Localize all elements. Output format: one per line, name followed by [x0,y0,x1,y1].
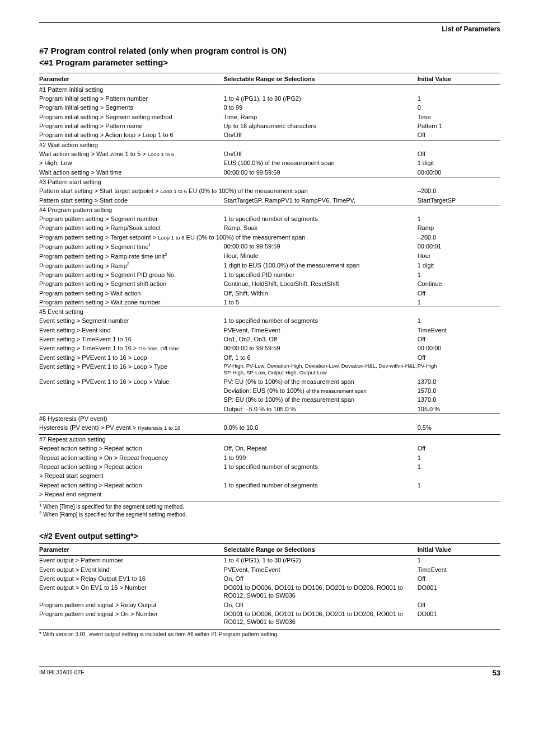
table-row: Program pattern setting > Segment number… [39,214,500,223]
table-row: Program pattern setting > Wait actionOff… [39,289,500,298]
table-row: Event setting > Event kindPVEvent, TimeE… [39,326,500,335]
table-row: Program initial setting > Pattern number… [39,94,500,103]
col-header-param: Parameter [39,73,224,84]
table-row: Repeat action setting > Repeat action1 t… [39,462,500,471]
table-row: Program pattern setting > Ramp/Soak sele… [39,223,500,232]
col-header-init: Initial Value [418,543,500,555]
col-header-param: Parameter [39,543,224,555]
table-row: Program pattern setting > Ramp-rate time… [39,251,500,261]
page-footer: IM 04L31A01-02E 53 [39,666,500,678]
footer-page-number: 53 [493,669,500,678]
group-4-title: #4 Program pattern setting [39,205,500,214]
sub-heading-2: <#2 Event output setting*> [39,531,500,541]
table-row: Program pattern setting > Target setpoin… [39,233,500,242]
table-row: Program pattern end signal > Relay Outpu… [39,600,500,609]
table-row: Program pattern setting > Segment PID gr… [39,270,500,279]
table-row: Event setting > PVEvent 1 to 16 > LoopOf… [39,353,500,362]
table-row: Deviation: EUS (0% to 100%) of the measu… [39,386,500,395]
table-row: Repeat action setting > Repeat action1 t… [39,481,500,490]
table-row: Pattern start setting > Start codeStartT… [39,196,500,205]
table-row: Event setting > TimeEvent 1 to 16 > On-t… [39,344,500,353]
table-row: > Repeat end segment [39,490,500,499]
table-row: SP: EU (0% to 100%) of the measurement s… [39,395,500,404]
section-label: List of Parameters [39,25,500,34]
table-row: Event output > Pattern number1 to 4 (/PG… [39,556,500,565]
table-row: Program pattern end signal > On > Number… [39,609,500,627]
parameter-table-1: Parameter Selectable Range or Selections… [39,73,500,499]
table-row: Program initial setting > Segment settin… [39,112,500,121]
table-row: > High, LowEUS (100.0%) of the measureme… [39,158,500,167]
table-row: Pattern start setting > Start target set… [39,186,500,195]
group-2-title: #2 Wait action setting [39,140,500,149]
group-5-title: #5 Event setting [39,307,500,317]
table-row: Event setting > Segment number1 to speci… [39,316,500,325]
table-row: > Repeat start segment [39,471,500,480]
table-row: Wait action setting > Wait zone 1 to 5 >… [39,149,500,158]
table-row: Program pattern setting > Segment shift … [39,279,500,288]
sub-heading-1: <#1 Program parameter setting> [39,57,500,68]
group-1-title: #1 Pattern initial setting [39,84,500,94]
table-row: Wait action setting > Wait time00:00:00 … [39,168,500,177]
group-7-title: #7 Repeat action setting [39,435,500,444]
table-row: Program initial setting > Segments0 to 9… [39,103,500,112]
table-row: Event setting > PVEvent 1 to 16 > Loop >… [39,377,500,386]
table-row: Program pattern setting > Ramp21 digit t… [39,261,500,270]
main-heading: #7 Program control related (only when pr… [39,45,500,57]
table-row: Event setting > PVEvent 1 to 16 > Loop >… [39,362,500,377]
footnotes: 1 When [Time] is specified for the segme… [39,501,500,519]
table-row: Program initial setting > Pattern nameUp… [39,121,500,130]
bottom-note: * With version 3.01, event output settin… [39,629,500,638]
table-row: Output: –5.0 % to 105.0 %105.0 % [39,405,500,414]
group-6-title: #6 Hysteresis (PV event) [39,414,500,423]
table-row: Repeat action setting > Repeat actionOff… [39,444,500,453]
parameter-table-2: Parameter Selectable Range or Selections… [39,543,500,627]
table-row: Hysteresis (PV event) > PV event > Hyste… [39,423,500,432]
table-row: Repeat action setting > On > Repeat freq… [39,453,500,462]
footer-doc-id: IM 04L31A01-02E [39,669,85,678]
table-row: Program pattern setting > Segment time10… [39,242,500,251]
table-row: Event setting > TimeEvent 1 to 16On1, On… [39,335,500,344]
table-row: Program pattern setting > Wait zone numb… [39,298,500,307]
table-row: Event output > On EV1 to 16 > NumberDO00… [39,583,500,600]
table-row: Program initial setting > Action loop > … [39,130,500,140]
col-header-range: Selectable Range or Selections [224,73,418,84]
col-header-init: Initial Value [418,73,500,84]
header-rule [39,22,500,23]
group-3-title: #3 Pattern start setting [39,177,500,186]
col-header-range: Selectable Range or Selections [224,543,418,555]
table-row: Event output > Relay Output EV1 to 16On,… [39,574,500,583]
table-row: Event output > Event kindPVEvent, TimeEv… [39,565,500,574]
